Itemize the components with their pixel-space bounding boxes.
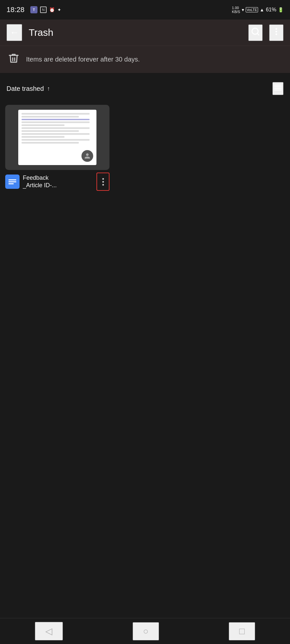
more-options-button[interactable] [269,24,283,41]
doc-line [22,136,65,138]
file-more-button[interactable] [96,173,109,191]
info-message: Items are deleted forever after 30 days. [26,56,140,63]
icon-line [8,183,14,184]
back-nav-button[interactable]: ◁ [35,622,63,640]
status-time: 18:28 [7,6,24,14]
trash-icon [8,52,20,66]
doc-lines [22,113,93,144]
doc-line [22,127,90,129]
nav-actions [248,24,283,41]
svg-point-3 [275,31,277,32]
sort-label-text: Date trashed [7,85,44,92]
file-type-icon [5,175,20,189]
doc-line [22,124,65,126]
battery-icon: 🔋 [278,7,283,12]
svg-point-2 [275,28,277,30]
volte-icon: VoLTE [246,7,258,12]
bottom-nav: ◁ ○ □ [0,618,290,644]
nav-bar: ← Trash [0,20,290,46]
view-toggle-button[interactable] [272,82,283,95]
recent-nav-button[interactable]: □ [229,622,255,640]
doc-line [22,113,90,115]
bluetooth-icon: ✦ [57,7,61,12]
file-thumbnail[interactable] [5,105,109,170]
doc-line [22,116,79,118]
vertical-dots-icon [102,178,104,186]
signal-icon: ▲ [260,7,264,12]
data-speed-icon: 1.00KB/S [232,6,240,14]
home-nav-button[interactable]: ○ [133,622,159,640]
file-info-row: Feedback_Article ID-... [5,173,109,191]
doc-line [22,133,90,135]
search-button[interactable] [248,24,263,41]
doc-line [22,142,79,144]
n-icon: N [40,7,47,13]
wifi-icon: ▾ [242,7,244,12]
dot [102,178,104,180]
info-banner: Items are deleted forever after 30 days. [0,46,290,73]
back-button[interactable]: ← [7,24,22,41]
battery-percent: 61% [266,7,276,13]
svg-point-4 [275,33,277,35]
doc-line [22,121,90,123]
file-grid: Feedback_Article ID-... [0,102,290,618]
doc-icon-lines [7,177,18,186]
sort-label[interactable]: Date trashed ↑ [7,85,50,92]
status-bar: 18:28 T N ⏰ ✦ 1.00KB/S ▾ VoLTE ▲ 61% 🔋 [0,0,290,20]
vertical-dots-icon [272,27,281,36]
doc-preview [18,110,96,165]
dot [102,181,104,183]
sort-arrow-icon: ↑ [47,85,50,92]
file-name: Feedback_Article ID-... [23,174,93,189]
icon-line [8,181,16,182]
page-title: Trash [29,27,242,38]
svg-line-1 [257,33,259,35]
alarm-icon: ⏰ [49,7,55,12]
doc-line [22,119,90,120]
list-item: Feedback_Article ID-... [5,105,109,191]
sort-bar: Date trashed ↑ [0,73,290,102]
shared-avatar-icon [81,150,93,162]
search-icon [251,27,260,36]
doc-line [22,139,90,141]
teams-icon: T [30,6,37,13]
dot [102,184,104,186]
list-view-icon [273,83,283,92]
icon-line [8,179,16,180]
doc-line [22,130,79,132]
